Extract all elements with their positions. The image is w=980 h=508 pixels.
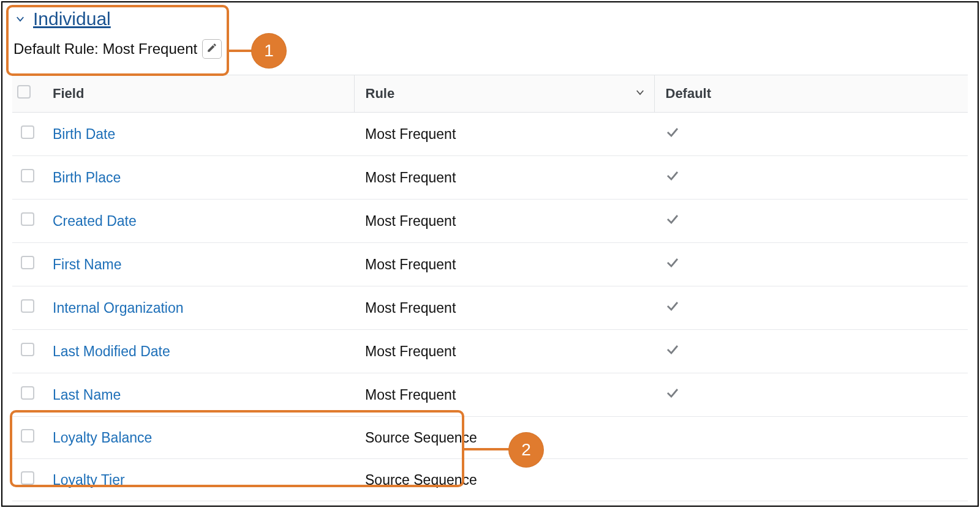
field-link[interactable]: Internal Organization [53, 300, 184, 316]
default-cell [654, 113, 968, 156]
default-cell [654, 200, 968, 243]
field-link[interactable]: Last Name [53, 387, 121, 403]
rules-table: Field Rule Default Birth DateMost Freque… [12, 75, 968, 501]
check-icon [665, 257, 680, 273]
row-checkbox-cell [12, 200, 48, 243]
field-cell: Last Name [48, 373, 354, 417]
rule-cell: Most Frequent [354, 113, 654, 156]
field-link[interactable]: Birth Date [53, 126, 115, 142]
row-checkbox-cell [12, 330, 48, 373]
row-checkbox-cell [12, 417, 48, 459]
rule-cell: Most Frequent [354, 330, 654, 373]
row-checkbox-cell [12, 286, 48, 330]
field-cell: Loyalty Balance [48, 417, 354, 459]
field-cell: Birth Date [48, 113, 354, 156]
col-header-default[interactable]: Default [654, 75, 968, 113]
default-rule-text: Default Rule: Most Frequent [13, 40, 197, 58]
row-checkbox[interactable] [21, 125, 34, 139]
rule-value: Most Frequent [365, 387, 456, 403]
section-title[interactable]: Individual [33, 9, 111, 29]
rule-cell: Most Frequent [354, 200, 654, 243]
field-link[interactable]: Created Date [53, 213, 137, 229]
rule-value: Most Frequent [365, 213, 456, 229]
default-cell [654, 417, 968, 459]
rule-cell: Source Sequence [354, 417, 654, 459]
table-row: Loyalty BalanceSource Sequence [12, 417, 968, 459]
table-row: Last NameMost Frequent [12, 373, 968, 417]
default-cell [654, 156, 968, 200]
row-checkbox[interactable] [21, 386, 34, 400]
row-checkbox-cell [12, 459, 48, 501]
field-link[interactable]: Loyalty Tier [53, 472, 125, 488]
field-link[interactable]: Birth Place [53, 170, 121, 185]
col-header-checkbox [12, 75, 48, 113]
field-link[interactable]: First Name [53, 256, 121, 272]
check-icon [665, 344, 680, 360]
section-title-row: Individual [13, 9, 967, 29]
table-row: First NameMost Frequent [12, 243, 968, 286]
table-header-row: Field Rule Default [12, 75, 968, 113]
table-row: Created DateMost Frequent [12, 200, 968, 243]
rule-value: Most Frequent [365, 343, 456, 359]
row-checkbox[interactable] [21, 471, 34, 485]
rule-value: Most Frequent [365, 300, 456, 316]
edit-default-rule-button[interactable] [202, 39, 222, 59]
section-header: Individual Default Rule: Most Frequent [2, 2, 978, 61]
table-row: Internal OrganizationMost Frequent [12, 286, 968, 330]
field-cell: Last Modified Date [48, 330, 354, 373]
field-link[interactable]: Loyalty Balance [53, 430, 152, 446]
table-row: Birth DateMost Frequent [12, 113, 968, 156]
rule-cell: Most Frequent [354, 373, 654, 417]
field-link[interactable]: Last Modified Date [53, 343, 170, 359]
chevron-down-icon[interactable] [13, 12, 27, 26]
default-rule-row: Default Rule: Most Frequent [13, 39, 967, 59]
row-checkbox-cell [12, 373, 48, 417]
row-checkbox[interactable] [21, 429, 34, 443]
rule-value: Source Sequence [365, 430, 477, 446]
row-checkbox[interactable] [21, 169, 34, 182]
rule-cell: Most Frequent [354, 243, 654, 286]
table-row: Last Modified DateMost Frequent [12, 330, 968, 373]
col-header-field[interactable]: Field [48, 75, 354, 113]
default-cell [654, 373, 968, 417]
chevron-down-icon[interactable] [635, 86, 646, 102]
default-cell [654, 330, 968, 373]
check-icon [665, 301, 680, 316]
table-row: Birth PlaceMost Frequent [12, 156, 968, 200]
col-header-rule[interactable]: Rule [354, 75, 654, 113]
row-checkbox-cell [12, 156, 48, 200]
field-cell: Birth Place [48, 156, 354, 200]
rules-table-wrap: Field Rule Default Birth DateMost Freque… [12, 75, 968, 501]
rule-value: Most Frequent [365, 256, 456, 272]
field-cell: First Name [48, 243, 354, 286]
default-cell [654, 243, 968, 286]
select-all-checkbox[interactable] [17, 85, 31, 99]
field-cell: Loyalty Tier [48, 459, 354, 501]
default-cell [654, 286, 968, 330]
check-icon [665, 170, 680, 186]
col-header-rule-label: Rule [366, 86, 395, 101]
check-icon [665, 127, 680, 143]
rule-cell: Most Frequent [354, 156, 654, 200]
rule-value: Source Sequence [365, 472, 477, 488]
field-cell: Created Date [48, 200, 354, 243]
row-checkbox[interactable] [21, 256, 34, 269]
default-cell [654, 459, 968, 501]
row-checkbox-cell [12, 243, 48, 286]
rule-cell: Most Frequent [354, 286, 654, 330]
row-checkbox-cell [12, 113, 48, 156]
panel-frame: 1 2 Individual Default Rule: Most Freque… [1, 1, 979, 507]
table-row: Loyalty TierSource Sequence [12, 459, 968, 501]
check-icon [665, 214, 680, 230]
rule-cell: Source Sequence [354, 459, 654, 501]
pencil-icon [206, 42, 217, 56]
row-checkbox[interactable] [21, 212, 34, 226]
rule-value: Most Frequent [365, 126, 456, 142]
row-checkbox[interactable] [21, 343, 34, 356]
rule-value: Most Frequent [365, 170, 456, 185]
field-cell: Internal Organization [48, 286, 354, 330]
row-checkbox[interactable] [21, 299, 34, 313]
check-icon [665, 387, 680, 403]
